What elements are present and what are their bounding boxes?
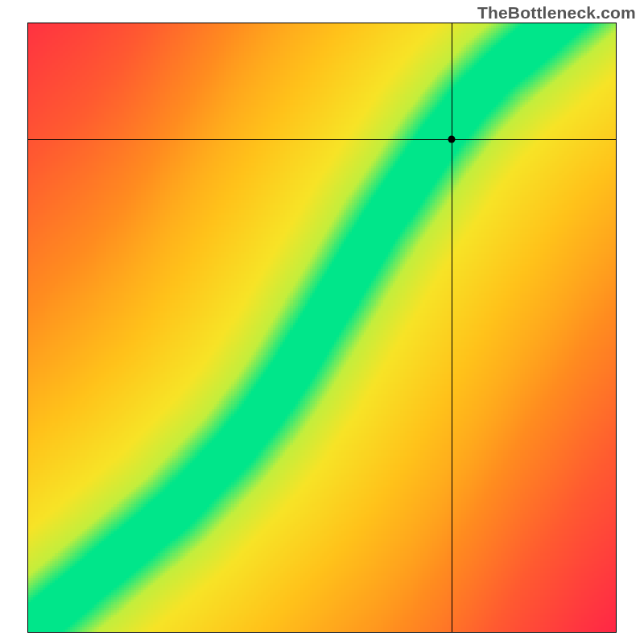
watermark-text: TheBottleneck.com (477, 3, 636, 23)
heatmap-chart (27, 23, 617, 633)
crosshair-vertical (452, 23, 452, 632)
crosshair-horizontal (28, 139, 616, 140)
heatmap-canvas (28, 23, 616, 632)
marker-dot (448, 135, 455, 142)
